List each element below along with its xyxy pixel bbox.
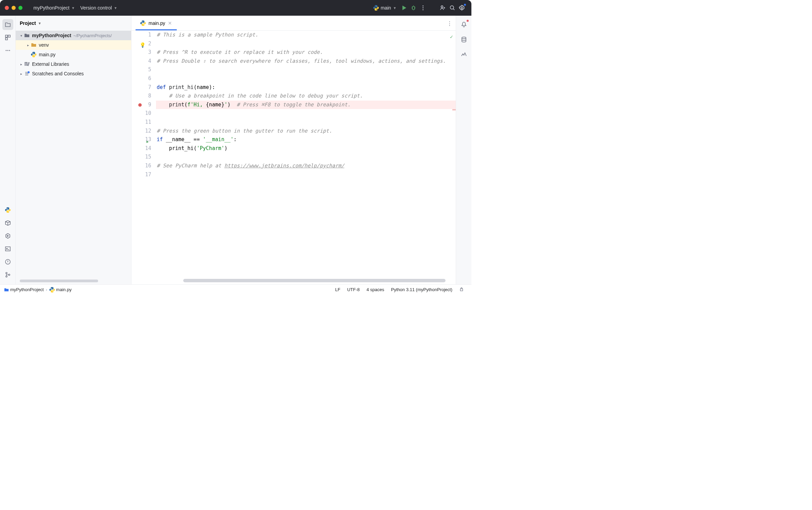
file-encoding[interactable]: UTF-8 xyxy=(344,287,363,292)
horizontal-scrollbar[interactable] xyxy=(20,280,98,282)
line-number[interactable]: 8 xyxy=(131,92,151,101)
breadcrumb: myPythonProject › main.py xyxy=(4,287,72,292)
tree-root[interactable]: ▾ myPythonProject ~/PycharmProjects/ xyxy=(16,31,131,40)
line-separator[interactable]: LF xyxy=(332,287,344,292)
chevron-down-icon: ▼ xyxy=(393,6,396,10)
indent-settings[interactable]: 4 spaces xyxy=(363,287,388,292)
chevron-down-icon[interactable]: ▾ xyxy=(18,34,24,38)
python-icon xyxy=(49,287,55,292)
line-number[interactable]: 1 xyxy=(131,31,151,40)
editor-tabs: main.py ✕ ⋮ xyxy=(131,16,456,31)
debug-button[interactable] xyxy=(409,3,418,13)
interpreter-selector[interactable]: Python 3.11 (myPythonProject) xyxy=(388,287,456,292)
line-number[interactable]: 3 xyxy=(131,48,151,57)
database-button[interactable] xyxy=(458,34,469,45)
tree-item-main[interactable]: main.py xyxy=(16,50,131,59)
vcs-menu[interactable]: Version control ▼ xyxy=(78,3,120,13)
code-comment: # This is a sample Python script. xyxy=(157,32,258,38)
tab-main-py[interactable]: main.py ✕ xyxy=(136,17,177,30)
chevron-right-icon[interactable]: ▸ xyxy=(18,72,24,76)
line-number[interactable]: 7 xyxy=(131,83,151,92)
tree-item-ext-libs[interactable]: ▸ External Libraries xyxy=(16,59,131,69)
settings-button[interactable] xyxy=(457,3,467,13)
svg-rect-18 xyxy=(460,289,463,291)
library-icon xyxy=(24,61,30,67)
svg-point-0 xyxy=(423,5,424,6)
line-number[interactable]: 2💡 xyxy=(131,40,151,48)
chevron-right-icon[interactable]: ▸ xyxy=(25,43,31,47)
left-tool-strip xyxy=(0,16,16,284)
gutter: 1 2💡 3 4 5 6 7 8 9 10 11 12 13▶ 14 15 16… xyxy=(131,31,156,284)
line-number[interactable]: 12 xyxy=(131,127,151,136)
tree-item-label: venv xyxy=(39,42,49,48)
project-panel-header[interactable]: Project ▼ xyxy=(16,16,131,31)
code-editor[interactable]: 1 2💡 3 4 5 6 7 8 9 10 11 12 13▶ 14 15 16… xyxy=(131,31,456,284)
more-actions[interactable] xyxy=(418,3,428,13)
project-menu[interactable]: myPythonProject ▼ xyxy=(31,3,78,13)
close-window[interactable] xyxy=(5,6,9,10)
code-with-me[interactable] xyxy=(438,3,448,13)
project-panel: Project ▼ ▾ myPythonProject ~/PycharmPro… xyxy=(16,16,131,284)
line-number[interactable]: 13▶ xyxy=(131,135,151,144)
services-button[interactable] xyxy=(2,230,13,241)
problems-button[interactable] xyxy=(2,256,13,267)
tabs-more-button[interactable]: ⋮ xyxy=(447,20,452,27)
line-number[interactable]: 6 xyxy=(131,74,151,83)
line-number[interactable]: 11 xyxy=(131,118,151,127)
folder-icon xyxy=(31,42,37,48)
python-packages-button[interactable] xyxy=(2,217,13,228)
line-number[interactable]: 17 xyxy=(131,170,151,179)
code-content[interactable]: # This is a sample Python script. # Pres… xyxy=(156,31,456,284)
tree-item-scratches[interactable]: ▸ Scratches and Consoles xyxy=(16,69,131,78)
read-only-toggle[interactable] xyxy=(456,287,467,292)
svg-point-14 xyxy=(6,276,7,277)
search-everywhere[interactable] xyxy=(448,3,457,13)
line-number[interactable]: 16 xyxy=(131,162,151,170)
line-number[interactable]: 4 xyxy=(131,57,151,66)
run-config-selector[interactable]: main ▼ xyxy=(371,3,399,13)
editor-area: main.py ✕ ⋮ 1 2💡 3 4 5 6 7 8 9 10 11 12 … xyxy=(131,16,456,284)
help-link[interactable]: https://www.jetbrains.com/help/pycharm/ xyxy=(224,163,344,169)
folder-icon xyxy=(24,33,30,38)
tree-item-venv[interactable]: ▸ venv xyxy=(16,40,131,50)
line-number[interactable]: 5 xyxy=(131,65,151,74)
breakpoint-icon[interactable] xyxy=(138,103,142,107)
line-number[interactable]: 10 xyxy=(131,109,151,118)
minimize-window[interactable] xyxy=(12,6,16,10)
svg-point-3 xyxy=(441,6,443,8)
breadcrumb-file[interactable]: main.py xyxy=(49,287,72,292)
line-number[interactable]: 9 xyxy=(131,101,151,109)
error-stripe-mark[interactable] xyxy=(452,109,456,110)
terminal-button[interactable] xyxy=(2,243,13,254)
tree-root-name: myPythonProject xyxy=(32,33,71,38)
code-comment: # Use a breakpoint in the code line belo… xyxy=(157,93,363,99)
project-tool-button[interactable] xyxy=(2,19,13,30)
scientific-button[interactable] xyxy=(458,49,469,60)
line-number[interactable]: 14 xyxy=(131,144,151,153)
more-tools-button[interactable] xyxy=(2,45,13,56)
python-icon xyxy=(140,20,146,26)
chevron-down-icon: ▼ xyxy=(38,21,41,25)
svg-point-17 xyxy=(462,37,466,39)
vcs-tool-button[interactable] xyxy=(2,269,13,280)
inspection-ok-icon[interactable]: ✓ xyxy=(450,33,453,42)
vcs-label: Version control xyxy=(80,5,112,11)
tree-item-label: External Libraries xyxy=(32,61,69,67)
window-controls xyxy=(5,6,22,10)
folder-icon xyxy=(4,287,9,292)
notifications-button[interactable] xyxy=(458,19,469,30)
horizontal-scrollbar[interactable] xyxy=(183,279,446,282)
line-number[interactable]: 15 xyxy=(131,153,151,162)
svg-point-15 xyxy=(9,274,10,275)
chevron-right-icon[interactable]: ▸ xyxy=(18,62,24,66)
run-button[interactable] xyxy=(399,3,409,13)
svg-point-8 xyxy=(5,50,6,51)
python-console-button[interactable] xyxy=(2,205,13,215)
python-icon xyxy=(31,52,37,57)
close-tab-icon[interactable]: ✕ xyxy=(168,20,172,26)
breadcrumb-project[interactable]: myPythonProject xyxy=(4,287,44,292)
maximize-window[interactable] xyxy=(18,6,22,10)
structure-tool-button[interactable] xyxy=(2,32,13,43)
chevron-right-icon: › xyxy=(46,287,47,292)
svg-point-4 xyxy=(450,6,454,9)
